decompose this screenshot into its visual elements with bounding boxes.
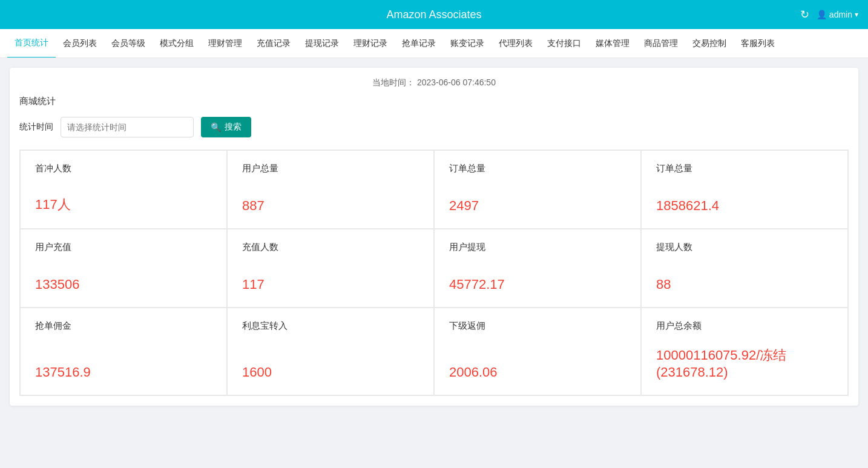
stat-card-value-0: 117人 [35,196,212,214]
nav-item-0[interactable]: 首页统计 [7,29,56,58]
nav-item-15[interactable]: 客服列表 [734,29,782,58]
stat-card-6: 用户提现 45772.17 [434,229,641,308]
stat-card-label-3: 订单总量 [656,163,833,174]
section-title: 商城统计 [19,96,849,107]
navbar: 首页统计会员列表会员等级模式分组理财管理充值记录提现记录理财记录抢单记录账变记录… [0,29,868,58]
nav-item-13[interactable]: 商品管理 [637,29,685,58]
stat-card-10: 下级返佣 2006.06 [434,308,641,395]
user-icon: 👤 [817,10,827,19]
stat-card-value-8: 137516.9 [35,364,212,380]
chevron-down-icon: ▾ [855,10,858,19]
site-title: Amazon Associates [386,8,481,21]
search-button-label: 搜索 [225,122,242,133]
time-value: 2023-06-06 07:46:50 [417,77,496,87]
stat-card-label-11: 用户总余额 [656,320,833,332]
stat-card-label-7: 提现人数 [656,242,833,253]
stat-card-value-3: 1858621.4 [656,198,833,214]
stat-card-label-0: 首冲人数 [35,163,212,174]
stat-card-value-10: 2006.06 [449,364,626,380]
stat-card-label-9: 利息宝转入 [242,320,419,332]
stat-card-value-11: 10000116075.92/冻结(231678.12) [656,346,833,380]
search-input[interactable] [61,117,194,137]
stat-card-3: 订单总量 1858621.4 [641,150,848,229]
nav-item-12[interactable]: 媒体管理 [588,29,637,58]
nav-item-6[interactable]: 提现记录 [298,29,346,58]
stat-card-label-4: 用户充值 [35,242,212,253]
nav-item-11[interactable]: 支付接口 [540,29,588,58]
nav-item-10[interactable]: 代理列表 [492,29,540,58]
time-bar: 当地时间： 2023-06-06 07:46:50 [19,77,849,88]
stat-card-label-1: 用户总量 [242,163,419,174]
stat-card-value-1: 887 [242,198,419,214]
stat-card-11: 用户总余额 10000116075.92/冻结(231678.12) [641,308,848,395]
header: Amazon Associates ↻ 👤 admin ▾ [0,0,868,29]
stat-card-8: 抢单佣金 137516.9 [20,308,227,395]
stat-card-label-2: 订单总量 [449,163,626,174]
nav-item-3[interactable]: 模式分组 [153,29,201,58]
stat-card-label-5: 充值人数 [242,242,419,253]
nav-item-1[interactable]: 会员列表 [56,29,104,58]
stat-card-7: 提现人数 88 [641,229,848,308]
nav-item-9[interactable]: 账变记录 [443,29,492,58]
search-label: 统计时间 [19,122,53,133]
username: admin [829,10,852,19]
stat-card-9: 利息宝转入 1600 [227,308,434,395]
stat-card-2: 订单总量 2497 [434,150,641,229]
search-icon: 🔍 [211,122,221,132]
stat-card-label-8: 抢单佣金 [35,320,212,332]
cards-grid: 首冲人数 117人 用户总量 887 订单总量 2497 订单总量 185862… [19,150,849,396]
header-right: ↻ 👤 admin ▾ [800,8,858,21]
stat-card-value-7: 88 [656,277,833,292]
nav-item-14[interactable]: 交易控制 [685,29,734,58]
nav-item-5[interactable]: 充值记录 [249,29,298,58]
stat-card-value-6: 45772.17 [449,277,626,292]
nav-item-4[interactable]: 理财管理 [201,29,249,58]
user-info[interactable]: 👤 admin ▾ [817,10,858,19]
stat-card-5: 充值人数 117 [227,229,434,308]
stat-card-label-10: 下级返佣 [449,320,626,332]
stat-card-value-2: 2497 [449,198,626,214]
stat-card-1: 用户总量 887 [227,150,434,229]
refresh-icon[interactable]: ↻ [800,8,809,21]
nav-item-7[interactable]: 理财记录 [346,29,395,58]
search-button[interactable]: 🔍 搜索 [201,117,251,137]
stat-card-label-6: 用户提现 [449,242,626,253]
stat-card-value-4: 133506 [35,277,212,292]
stat-card-value-5: 117 [242,277,419,292]
stat-card-value-9: 1600 [242,364,419,380]
page-container: 当地时间： 2023-06-06 07:46:50 商城统计 统计时间 🔍 搜索… [10,68,858,406]
search-row: 统计时间 🔍 搜索 [19,117,849,137]
stat-card-0: 首冲人数 117人 [20,150,227,229]
nav-item-8[interactable]: 抢单记录 [395,29,443,58]
time-label: 当地时间： [372,77,415,87]
stat-card-4: 用户充值 133506 [20,229,227,308]
nav-item-2[interactable]: 会员等级 [104,29,153,58]
